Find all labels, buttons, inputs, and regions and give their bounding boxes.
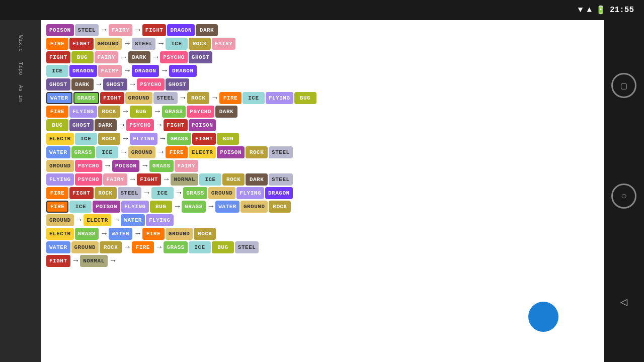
type-badge-dark: DARK xyxy=(71,78,94,90)
type-badge-water: WATER xyxy=(109,228,133,240)
arrow-icon: → xyxy=(158,148,164,157)
type-badge-poison: POISON xyxy=(112,160,140,172)
type-chart: POISONSTEEL→FAIRY→FIGHTDRAGONDARKFIREFIG… xyxy=(41,20,604,273)
type-badge-ground: GROUND xyxy=(95,38,122,50)
content-area: POISONSTEEL→FAIRY→FIGHTDRAGONDARKFIREFIG… xyxy=(41,20,604,362)
type-badge-fight: FIGHT xyxy=(137,173,161,186)
sidebar-tipo: Tipo xyxy=(18,62,24,75)
arrow-icon: → xyxy=(157,121,162,130)
type-badge-ice: ICE xyxy=(199,173,221,186)
type-badge-ground: GROUND xyxy=(240,201,268,213)
type-badge-ghost: GHOST xyxy=(166,78,190,90)
blue-circle-button[interactable] xyxy=(528,302,558,332)
type-badge-fight: FIGHT xyxy=(100,92,124,104)
arrow-icon: → xyxy=(135,229,140,238)
arrow-icon: → xyxy=(111,256,116,265)
arrow-icon: → xyxy=(125,39,130,48)
type-badge-flying: FLYING xyxy=(69,106,97,118)
type-badge-ground: GROUND xyxy=(46,214,74,226)
arrow-icon: → xyxy=(175,202,180,211)
arrow-icon: → xyxy=(158,39,164,48)
type-badge-grass: GRASS xyxy=(71,146,96,158)
type-badge-fight: FIGHT xyxy=(142,24,167,36)
sidebar-wix: Wix.c xyxy=(18,35,24,52)
type-row: WATERGRASSFIGHTGROUNDSTEEL→ROCK→FIREICEF… xyxy=(46,92,599,104)
type-badge-fairy: FAIRY xyxy=(103,173,127,186)
type-badge-normal: NORMAL xyxy=(80,255,108,267)
type-badge-ice: ICE xyxy=(243,92,265,104)
type-badge-ice: ICE xyxy=(151,187,174,199)
type-badge-poison: POISON xyxy=(217,146,245,158)
type-badge-dragon: DRAGON xyxy=(265,187,293,199)
type-badge-rock: ROCK xyxy=(100,241,122,253)
type-badge-flying: FLYING xyxy=(121,201,149,213)
type-badge-dragon: DRAGON xyxy=(167,24,195,36)
type-badge-rock: ROCK xyxy=(187,92,209,104)
type-badge-psycho: PSYCHO xyxy=(137,78,165,90)
type-row: FIREFLYINGROCK→BUG→GRASSPSYCHODARK xyxy=(46,106,599,118)
square-button[interactable]: ▢ xyxy=(611,73,636,98)
type-badge-bug: BUG xyxy=(150,201,172,213)
type-badge-ice: ICE xyxy=(69,201,92,213)
type-badge-grass: GRASS xyxy=(182,201,206,213)
circle-button[interactable]: ○ xyxy=(611,184,636,209)
type-badge-ground: GROUND xyxy=(208,187,236,199)
type-badge-electr: ELECTR xyxy=(46,228,74,240)
type-badge-grass: GRASS xyxy=(75,228,99,240)
arrow-icon: → xyxy=(102,26,107,35)
type-badge-water: WATER xyxy=(46,241,70,253)
type-badge-ice: ICE xyxy=(189,241,211,253)
type-badge-water: WATER xyxy=(121,214,145,226)
type-badge-fight: FIGHT xyxy=(69,187,94,199)
arrow-icon: → xyxy=(155,107,160,116)
type-badge-fairy: FAIRY xyxy=(109,24,133,36)
type-badge-rock: ROCK xyxy=(98,106,120,118)
arrow-icon: → xyxy=(123,134,128,143)
type-badge-fight: FIGHT xyxy=(46,255,70,267)
type-row: FIREFIGHTROCKSTEEL→ICE→GRASSGROUNDFLYING… xyxy=(46,187,599,199)
type-badge-electr: ELECTR xyxy=(46,133,74,145)
type-badge-bug: BUG xyxy=(46,119,68,131)
type-row: FIGHT→NORMAL→ xyxy=(46,255,599,267)
type-badge-steel: STEEL xyxy=(75,24,99,36)
type-badge-grass: GRASS xyxy=(183,187,207,199)
type-badge-bug: BUG xyxy=(212,241,234,253)
type-row: POISONSTEEL→FAIRY→FIGHTDRAGONDARK xyxy=(46,24,599,36)
type-badge-fire: FIRE xyxy=(219,92,242,104)
time-display: 21:55 xyxy=(610,6,634,15)
type-badge-electr: ELECTR xyxy=(189,146,216,158)
type-badge-poison: POISON xyxy=(93,201,120,213)
type-badge-psycho: PSYCHO xyxy=(187,106,214,118)
type-row: WATERGRASSICE→GROUND→FIREELECTRPOISONROC… xyxy=(46,146,599,158)
type-badge-ghost: GHOST xyxy=(69,119,94,131)
type-badge-electr: ELECTR xyxy=(84,214,111,226)
type-row: ELECTRGRASS→WATER→FIREGROUNDROCK xyxy=(46,228,599,240)
type-badge-ground: GROUND xyxy=(46,160,74,172)
type-badge-poison: POISON xyxy=(46,24,74,36)
back-button[interactable]: ◁ xyxy=(620,295,627,309)
arrow-icon: → xyxy=(177,189,182,198)
arrow-icon: → xyxy=(142,161,147,170)
arrow-icon: → xyxy=(164,175,169,184)
arrow-icon: → xyxy=(144,189,149,198)
type-row: WATERGROUNDROCK→FIRE→GRASSICEBUGSTEEL xyxy=(46,241,599,253)
type-badge-psycho: PSYCHO xyxy=(75,160,103,172)
type-badge-fire: FIRE xyxy=(46,201,68,213)
type-badge-fight: FIGHT xyxy=(46,51,70,63)
type-badge-ground: GROUND xyxy=(125,92,153,104)
type-badge-fire: FIRE xyxy=(46,106,68,118)
type-badge-ghost: GHOST xyxy=(189,51,213,63)
arrow-icon: → xyxy=(120,121,125,130)
type-badge-bug: BUG xyxy=(71,51,94,63)
type-badge-ground: GROUND xyxy=(166,228,193,240)
type-badge-dark: DARK xyxy=(196,24,218,36)
type-badge-steel: STEEL xyxy=(235,241,259,253)
status-bar: ▼ ▲ 🔋 21:55 xyxy=(0,0,644,20)
type-badge-fairy: FAIRY xyxy=(212,38,236,50)
arrow-icon: → xyxy=(123,107,128,116)
type-badge-fight: FIGHT xyxy=(164,119,188,131)
type-row: BUGGHOSTDARK→PSYCHO→FIGHTPOISON xyxy=(46,119,599,131)
arrow-icon: → xyxy=(181,94,186,103)
type-badge-dark: DARK xyxy=(128,51,150,63)
wifi-icon: ▼ xyxy=(578,6,583,15)
